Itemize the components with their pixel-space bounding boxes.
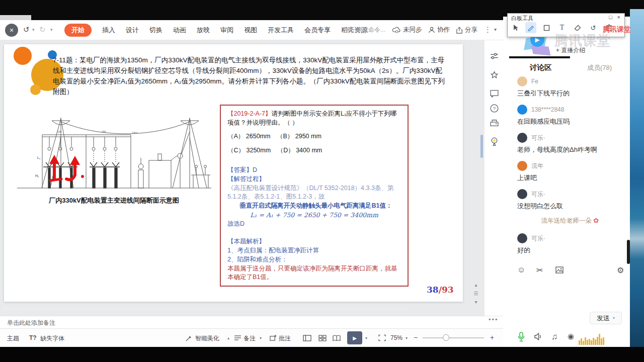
theme-button[interactable]: 主题 — [7, 334, 19, 343]
notes-caret-icon[interactable]: ▾ — [260, 336, 262, 340]
missing-font-button[interactable]: 缺失字体 — [40, 334, 64, 343]
tab-view[interactable]: 视图 — [244, 26, 257, 35]
notes-lines-icon — [234, 335, 241, 341]
diagram-caption: 厂内330kV配电装置主变进线间隔断面示意图 — [14, 196, 214, 205]
tab-discussion[interactable]: 讨论区 — [530, 63, 552, 72]
tab-members[interactable]: 成员(78) — [587, 63, 612, 72]
send-button[interactable]: 发送▾ — [590, 312, 622, 324]
gear-icon[interactable]: ⚙ — [617, 265, 624, 275]
svg-text:14m: 14m — [132, 131, 138, 134]
page-total: /93 — [439, 285, 454, 295]
vertical-scrollbar-thumb[interactable] — [480, 135, 483, 158]
tab-slideshow[interactable]: 放映 — [197, 26, 210, 35]
chat-message-text: 上课吧 — [517, 173, 624, 183]
zoom-out-button[interactable]: − — [414, 333, 418, 341]
floating-close-button[interactable]: × — [5, 24, 18, 37]
pencil-tool-icon[interactable] — [525, 22, 536, 33]
rectangle-tool-icon[interactable] — [541, 22, 552, 33]
person-icon — [428, 27, 435, 34]
search-placeholder: 查找命令... — [356, 26, 385, 34]
tab-animation[interactable]: 动画 — [173, 26, 186, 35]
slide-canvas[interactable]: 7-11题：某电厂的海拔为1350m，厂内330kV配电装置的电气主接线为双母线… — [4, 44, 463, 302]
fit-screen-icon[interactable] — [378, 334, 386, 341]
media-control-bar: ♫ ◉ — [517, 331, 624, 345]
slide-nav-buttons[interactable]: ▴☰▾ — [472, 281, 480, 306]
horizontal-scrollbar[interactable] — [2, 307, 408, 311]
ribbon-tabs: 开始 插入 设计 切换 动画 放映 审阅 视图 开发工具 会员专享 稻壳资源 — [64, 24, 367, 37]
zoom-slider-knob[interactable] — [443, 334, 449, 341]
zoom-slider-track[interactable] — [423, 337, 484, 338]
svg-text:⚡: ⚡ — [492, 138, 497, 143]
zoom-in-button[interactable]: + — [490, 333, 494, 341]
help-icon[interactable]: ? — [490, 104, 499, 113]
avatar — [517, 189, 527, 199]
chat-username: 138****2848 — [531, 106, 564, 113]
answer-line: 【答案】D — [227, 166, 401, 175]
idea-pin-icon[interactable]: ⚡ — [490, 137, 499, 146]
send-dropdown-icon: ▾ — [613, 316, 615, 320]
notes-button[interactable]: 备注 — [244, 334, 256, 343]
music-note-icon[interactable]: ♫ — [551, 332, 558, 342]
image-icon[interactable] — [555, 266, 564, 274]
strip-overflow-dots[interactable]: ••• — [489, 316, 499, 323]
svg-text:L₁: L₁ — [37, 156, 41, 159]
slideshow-caret-icon[interactable]: ▾ — [365, 336, 367, 340]
normal-view-icon[interactable] — [303, 335, 311, 341]
notes-bar[interactable]: 单击此处添加备注 — [0, 316, 503, 328]
tab-review[interactable]: 审阅 — [220, 26, 233, 35]
zoom-caret-icon[interactable]: ▾ — [406, 336, 408, 340]
slide-layout-icon[interactable] — [490, 88, 499, 98]
analysis-point-2: 2、陷阱和难点分析： — [227, 255, 401, 264]
audio-waveform — [579, 332, 604, 345]
chat-scrollbar-thumb[interactable] — [627, 240, 630, 264]
comment-button[interactable]: 批注 — [279, 334, 291, 343]
command-search[interactable]: 查找命令... — [347, 26, 385, 34]
speaker-icon[interactable] — [534, 333, 543, 340]
page-number: 38/93 — [427, 285, 454, 295]
sync-status[interactable]: 未同步 — [392, 26, 422, 34]
settings-sliders-icon[interactable] — [490, 51, 499, 61]
tab-member-exclusive[interactable]: 会员专享 — [304, 26, 331, 35]
share-button[interactable]: 分享 — [456, 26, 477, 34]
stamp-box-icon[interactable] — [490, 118, 499, 127]
chat-message-list[interactable]: Fe 三叠引下线平行的 138****2848 在回顾感应电压吗 可乐· 老师，… — [517, 76, 624, 261]
maximize-icon[interactable]: □ — [609, 14, 612, 20]
microphone-icon[interactable] — [517, 332, 525, 342]
redo-icon[interactable]: ↻ — [39, 25, 46, 34]
chat-message: 138****2848 在回顾感应电压吗 — [517, 104, 624, 126]
tab-home[interactable]: 开始 — [64, 24, 92, 37]
avatar — [517, 76, 527, 86]
slide-sorter-view-icon[interactable] — [318, 335, 327, 341]
effects-star-icon[interactable] — [490, 70, 499, 80]
avatar — [517, 133, 527, 143]
more-menu-icon[interactable]: ⋮ — [484, 25, 492, 34]
reading-view-icon[interactable] — [333, 335, 341, 341]
live-classroom-panel: 白板工具 □ × T ↺ 腾讯课堂 腾讯课堂 ▶ + 直播介绍 讨论区 — [503, 17, 630, 347]
search-icon — [347, 27, 354, 33]
screenshot-scissors-icon[interactable]: ✂ — [536, 265, 543, 275]
reference-line: 《高压配电装置设计规范》（DL/T 5352-2018）4.3.3条、第5.1.… — [227, 184, 401, 202]
tab-transition[interactable]: 切换 — [149, 26, 163, 35]
question-line: 【2019-2-A-7】请判断图中所示安全距离L₁应不得小于下列哪项值？并说明理… — [227, 110, 401, 128]
analysis-point-1: 1、考点归属：配电装置净距计算 — [227, 246, 401, 255]
gift-message-text: 流年送给老师一朵 — [541, 217, 592, 224]
beautify-caret-icon[interactable]: ▴ — [227, 336, 229, 340]
more-commands-icon[interactable]: ▾ — [50, 27, 53, 32]
zoom-level[interactable]: 75% — [390, 334, 403, 341]
tab-devtools[interactable]: 开发工具 — [268, 26, 294, 35]
collaborate-button[interactable]: 协作 — [428, 26, 450, 34]
collapse-ribbon-icon[interactable]: ▾ — [494, 27, 497, 32]
cloud-sync-icon — [392, 27, 401, 33]
analysis-note: 本题属于送分题，只要确定该净距为隔离开关断口距离，就基本确定了B1值。 — [227, 264, 401, 283]
undo-icon[interactable]: ↺ — [23, 25, 30, 34]
tab-design[interactable]: 设计 — [126, 26, 139, 35]
tab-insert[interactable]: 插入 — [102, 26, 115, 35]
record-target-icon[interactable]: ◉ — [568, 332, 574, 341]
slideshow-play-button[interactable]: ▶ — [347, 331, 362, 344]
emoji-icon[interactable]: ☺ — [517, 265, 525, 275]
undo-dropdown-icon[interactable]: ▾ — [32, 27, 35, 32]
beautify-button[interactable]: 智能美化 — [195, 334, 219, 343]
red-annotation-arrows — [49, 155, 84, 180]
close-icon[interactable]: × — [617, 14, 620, 20]
cursor-tool-icon[interactable] — [510, 22, 521, 33]
